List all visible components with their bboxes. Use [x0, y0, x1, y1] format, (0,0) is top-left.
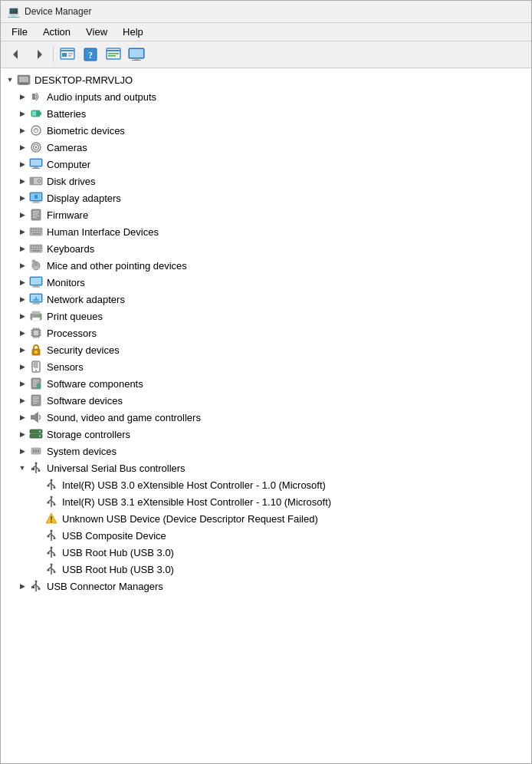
svg-rect-111: [33, 363, 36, 364]
tree-item-keyboards[interactable]: ▶ Keyboards: [1, 240, 531, 257]
keyboards-icon: [28, 242, 44, 255]
svg-rect-32: [34, 166, 38, 168]
update-button[interactable]: [103, 44, 124, 64]
hid-chevron: ▶: [16, 226, 28, 238]
usb-intel30-label: Intel(R) USB 3.0 eXtensible Host Control…: [62, 479, 326, 491]
tree-item-audio[interactable]: ▶ Audio inputs and outputs: [1, 88, 531, 105]
tree-item-usb-intel31[interactable]: Intel(R) USB 3.1 eXtensible Host Control…: [1, 493, 531, 510]
tree-item-network[interactable]: ▶ Network adapters: [1, 291, 531, 308]
forward-button[interactable]: [28, 44, 50, 64]
svg-rect-125: [33, 401, 39, 402]
help-button[interactable]: ?: [80, 44, 101, 64]
disk-label: Disk drives: [47, 176, 96, 187]
tree-item-hid[interactable]: ▶ Human Interface Devices: [1, 223, 531, 240]
keyboards-chevron: ▶: [16, 242, 28, 255]
softwarecomp-chevron: ▶: [16, 377, 28, 390]
menu-view[interactable]: View: [80, 25, 113, 39]
svg-rect-93: [34, 331, 38, 335]
device-manager-window: 💻 Device Manager File Action View Help: [0, 0, 532, 764]
svg-rect-46: [33, 214, 38, 215]
svg-rect-68: [33, 248, 34, 249]
sound-chevron: ▶: [16, 411, 28, 423]
svg-rect-64: [35, 245, 37, 247]
tree-item-softwarecomp[interactable]: ▶ Software components: [1, 375, 531, 392]
tree-item-usb-root1[interactable]: USB Root Hub (USB 3.0): [1, 544, 531, 561]
svg-rect-47: [33, 216, 39, 216]
security-label: Security devices: [47, 344, 120, 356]
tree-item-sound[interactable]: ▶ Sound, video and game controllers: [1, 409, 531, 426]
display-icon: [28, 192, 44, 204]
svg-rect-127: [31, 415, 34, 420]
svg-rect-124: [33, 400, 38, 400]
tree-item-usb-intel30[interactable]: Intel(R) USB 3.0 eXtensible Host Control…: [1, 476, 531, 493]
cameras-chevron: ▶: [16, 141, 28, 153]
tree-item-mice[interactable]: ▶ Mice and other pointing devices: [1, 257, 531, 274]
svg-point-137: [35, 463, 38, 465]
mice-label: Mice and other pointing devices: [47, 260, 187, 272]
sound-icon: [28, 411, 44, 423]
svg-rect-6: [68, 55, 71, 57]
svg-rect-171: [48, 569, 50, 571]
tree-item-usb-unknown[interactable]: ! Unknown USB Device (Device Descriptor …: [1, 510, 531, 527]
svg-rect-36: [31, 178, 34, 184]
tree-item-batteries[interactable]: ▶ Batteries: [1, 105, 531, 122]
tree-item-monitors[interactable]: ▶ Monitors: [1, 274, 531, 291]
svg-point-107: [34, 351, 38, 354]
tree-root[interactable]: ▼ DESKTOP-RMRVLJO: [1, 71, 531, 88]
svg-rect-159: [48, 535, 50, 538]
tree-item-print[interactable]: ▶ Print queues: [1, 308, 531, 324]
tree-item-display[interactable]: ▶ Display adapters: [1, 189, 531, 206]
svg-rect-3: [61, 50, 74, 51]
usb-icon: [28, 462, 44, 474]
svg-rect-78: [31, 278, 41, 285]
svg-rect-24: [32, 111, 36, 116]
properties-button[interactable]: [57, 44, 78, 64]
svg-rect-115: [33, 380, 39, 380]
tree-item-usb-root2[interactable]: USB Root Hub (USB 3.0): [1, 561, 531, 578]
tree-item-softwaredev[interactable]: ▶ Software devices: [1, 392, 531, 409]
sensors-label: Sensors: [47, 361, 84, 373]
svg-rect-113: [33, 366, 37, 367]
usb-root1-label: USB Root Hub (USB 3.0): [62, 547, 174, 558]
tree-item-disk[interactable]: ▶ Disk drives: [1, 173, 531, 189]
svg-rect-66: [40, 245, 41, 247]
display-button[interactable]: [126, 44, 147, 64]
svg-rect-135: [38, 450, 39, 453]
menu-file[interactable]: File: [5, 25, 34, 39]
monitors-label: Monitors: [47, 277, 85, 288]
svg-rect-70: [38, 248, 39, 249]
toolbar: ?: [1, 41, 531, 68]
tree-item-usb-composite[interactable]: USB Composite Device: [1, 527, 531, 544]
tree-item-biometric[interactable]: ▶ Biometric devices: [1, 122, 531, 139]
svg-rect-55: [31, 231, 32, 232]
svg-text:!: !: [50, 515, 52, 524]
tree-item-security[interactable]: ▶ Security devices: [1, 341, 531, 358]
menu-help[interactable]: Help: [117, 25, 149, 39]
svg-point-157: [51, 530, 53, 532]
svg-rect-119: [33, 386, 37, 387]
svg-rect-71: [40, 248, 41, 249]
tree-item-cameras[interactable]: ▶ Cameras: [1, 139, 531, 156]
monitors-icon: [28, 276, 44, 288]
tree-item-storage[interactable]: ▶ Storage controllers: [1, 426, 531, 443]
tree-item-usbconn[interactable]: ▶ USB Connector Managers: [1, 578, 531, 594]
svg-rect-60: [32, 233, 41, 235]
softwarecomp-icon: [28, 377, 44, 390]
svg-rect-122: [33, 397, 39, 397]
svg-rect-25: [37, 111, 39, 116]
audio-chevron: ▶: [16, 91, 28, 103]
tree-item-sensors[interactable]: ▶ Sensors: [1, 358, 531, 375]
back-button[interactable]: [5, 44, 27, 64]
usb-composite-icon: [44, 529, 59, 542]
tree-item-system[interactable]: ▶ System devices: [1, 443, 531, 459]
tree-item-firmware[interactable]: ▶ Firmware: [1, 206, 531, 223]
tree-item-usb[interactable]: ▼ Universal Serial Bus controllers: [1, 459, 531, 476]
svg-rect-123: [33, 398, 39, 399]
tree-item-computer[interactable]: ▶ Computer: [1, 156, 531, 173]
computer-icon: [28, 158, 44, 170]
biometric-chevron: ▶: [16, 124, 28, 137]
menu-action[interactable]: Action: [37, 25, 77, 39]
tree-item-processors[interactable]: ▶ Proces: [1, 324, 531, 341]
tree-container[interactable]: ▼ DESKTOP-RMRVLJO ▶ Audio: [1, 68, 531, 763]
svg-rect-112: [33, 364, 38, 365]
